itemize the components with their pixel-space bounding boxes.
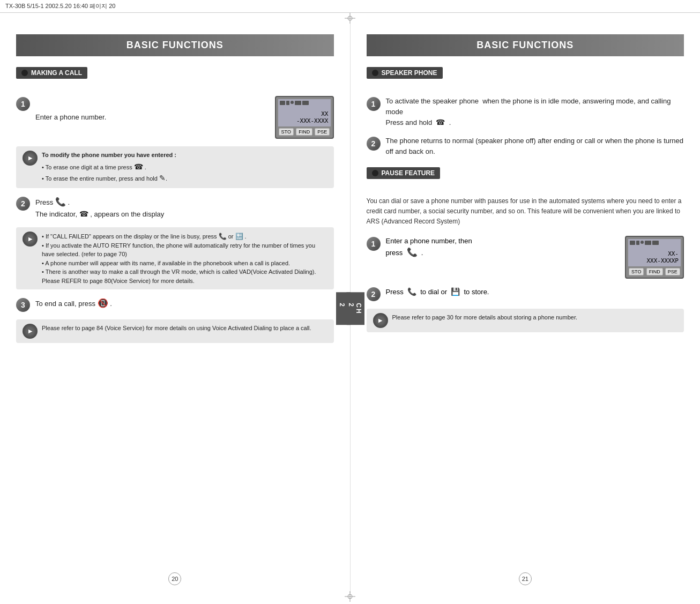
step-2-num: 2 <box>16 197 30 211</box>
section-dot-2 <box>372 70 378 76</box>
pause-step-2: 2 Press 📞 to dial or 💾 to store. <box>367 286 684 301</box>
note-text-3: Please refer to page 84 (Voice Service) … <box>42 324 311 333</box>
btn-sto-2: STO <box>629 268 644 275</box>
display-top-text: XX <box>321 110 328 117</box>
step-1: 1 Enter a phone number. <box>16 96 334 139</box>
phone-icons-2 <box>630 241 659 245</box>
btn-find-2: FIND <box>646 268 663 275</box>
note-box-pause: ▶ Please refer to page 30 for more detai… <box>367 309 684 332</box>
note-text-1: To modify the phone number you have ente… <box>42 151 176 184</box>
right-page-title: BASIC FUNCTIONS <box>367 34 684 56</box>
pause-step-2-content: Press 📞 to dial or 💾 to store. <box>386 286 489 297</box>
display-bottom-text: -XXX-XXXX <box>296 117 329 124</box>
step-3: 3 To end a call, press 📵 . <box>16 297 334 312</box>
phone-icons <box>280 101 309 105</box>
display-bottom-text-2: XXX-XXXXP <box>646 257 679 264</box>
note-box-2: ▶ • If "CALL FAILED" appears on the disp… <box>16 227 334 290</box>
left-page-number: 20 <box>168 572 181 585</box>
btn-pse: PSE <box>315 128 330 136</box>
top-bar-text: TX-30B 5/15-1 2002.5.20 16:40 페이지 20 <box>5 3 115 9</box>
chapter-tab-right: CH2 <box>345 292 364 325</box>
btn-sto: STO <box>279 128 294 136</box>
note-icon-2: ▶ <box>23 232 38 247</box>
phone-display-2: XX- XXX-XXXXP STO FIND PSE <box>625 236 684 279</box>
step-2-press-label: Press <box>35 198 53 206</box>
making-a-call-header: MAKING A CALL <box>16 67 87 79</box>
speaker-step-2: 2 The phone returns to normal (speaker p… <box>367 136 684 156</box>
display-top-text-2: XX- <box>668 250 679 257</box>
phone-screen-1: XX -XXX-XXXX <box>278 99 331 126</box>
pause-feature-header: PAUSE FEATURE <box>367 167 441 179</box>
pause-step-2-num: 2 <box>367 287 381 301</box>
right-page: CH2 BASIC FUNCTIONS SPEAKER PHONE 1 To a… <box>351 24 701 593</box>
phone-display-1: XX -XXX-XXXX STO FIND PSE <box>275 96 334 139</box>
note-icon-1: ▶ <box>23 151 38 166</box>
speaker-step-1-content: To activate the speaker phone when the p… <box>386 96 684 128</box>
phone-buttons-2: STO FIND PSE <box>628 268 681 275</box>
note-icon-pause: ▶ <box>373 313 388 328</box>
speaker-phone-header: SPEAKER PHONE <box>367 67 443 79</box>
speaker-step-1-num: 1 <box>367 97 381 111</box>
note-box-3: ▶ Please refer to page 84 (Voice Service… <box>16 319 334 343</box>
note-text-pause: Please refer to page 30 for more details… <box>392 313 578 322</box>
note-icon-3: ▶ <box>23 324 38 339</box>
left-page-title: BASIC FUNCTIONS <box>16 34 334 56</box>
step-2-content: Press 📞 . The indicator, ☎ , appears on … <box>35 196 334 220</box>
left-page: CH2 BASIC FUNCTIONS MAKING A CALL 1 Ente… <box>0 24 351 593</box>
step-3-content: To end a call, press 📵 . <box>35 297 334 310</box>
phone-buttons: STO FIND PSE <box>278 128 331 136</box>
step-3-num: 3 <box>16 298 30 312</box>
top-bar: TX-30B 5/15-1 2002.5.20 16:40 페이지 20 <box>0 0 700 13</box>
speaker-step-2-num: 2 <box>367 137 381 151</box>
note-box-1: ▶ To modify the phone number you have en… <box>16 146 334 188</box>
step-2: 2 Press 📞 . The indicator, ☎ , appears o… <box>16 196 334 220</box>
step-1-content: Enter a phone number. <box>35 112 275 123</box>
phone-screen-2: XX- XXX-XXXXP <box>628 239 681 266</box>
note-text-2: • If "CALL FAILED" appears on the displa… <box>42 232 327 286</box>
handset-icon-1: 📞 <box>55 197 66 206</box>
pause-feature-desc: You can dial or save a phone number with… <box>367 196 684 227</box>
step-1-num: 1 <box>16 97 30 111</box>
pause-step-1-content: Enter a phone number, then press 📞 . <box>386 236 472 259</box>
right-page-number: 21 <box>519 572 532 585</box>
pause-step-1: 1 Enter a phone number, then press 📞 . <box>367 236 684 279</box>
crosshair-bottom <box>345 591 355 604</box>
speaker-step-2-content: The phone returns to normal (speaker pho… <box>386 136 684 156</box>
btn-find: FIND <box>296 128 312 136</box>
speaker-step-1: 1 To activate the speaker phone when the… <box>367 96 684 128</box>
section-dot-3 <box>372 170 378 176</box>
section-dot <box>21 70 28 76</box>
crosshair-top <box>345 13 355 24</box>
pause-step-1-num: 1 <box>367 237 381 251</box>
btn-pse-2: PSE <box>665 268 680 275</box>
